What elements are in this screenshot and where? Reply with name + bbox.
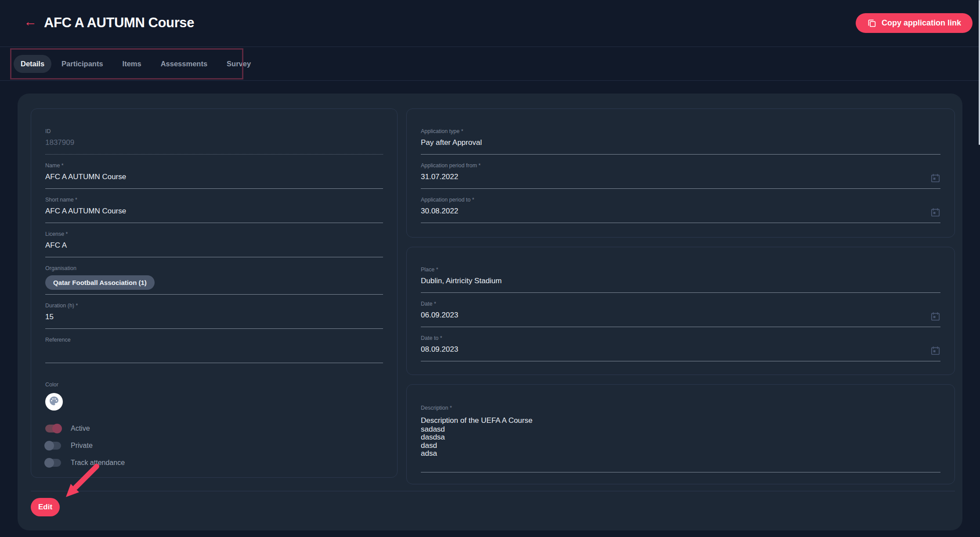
id-label: ID	[45, 128, 383, 134]
switch-knob	[52, 424, 62, 433]
application-period-from-field: Application period from * 31.07.2022	[421, 162, 940, 189]
organisation-chip-row: Qatar Football Association (1)	[45, 275, 383, 295]
application-period-to-field: Application period to * 30.08.2022	[421, 197, 940, 223]
description-card: Description * Description of the UEFA A …	[406, 384, 955, 484]
license-field: License * AFC A	[45, 231, 383, 257]
name-value: AFC A AUTUMN Course	[45, 173, 383, 189]
details-panel: ID 1837909 Name * AFC A AUTUMN Course Sh…	[18, 94, 962, 530]
reference-value	[45, 347, 383, 363]
track-attendance-switch[interactable]	[45, 459, 61, 467]
back-arrow-icon[interactable]: ←	[24, 15, 37, 28]
calendar-icon[interactable]	[930, 173, 940, 183]
active-switch[interactable]	[45, 425, 61, 432]
application-period-from-label: Application period from *	[421, 162, 940, 169]
organisation-field: Organisation Qatar Football Association …	[45, 265, 383, 295]
application-type-value: Pay after Approval	[421, 138, 940, 155]
page-title: AFC A AUTUMN Course	[44, 15, 194, 31]
reference-field: Reference	[45, 337, 383, 363]
id-value: 1837909	[45, 138, 383, 155]
toggle-track-attendance[interactable]: Track attendance	[45, 457, 383, 469]
short-name-label: Short name *	[45, 197, 383, 203]
name-label: Name *	[45, 162, 383, 169]
copy-application-link-button[interactable]: Copy application link	[856, 13, 973, 33]
description-line: adsa	[421, 450, 940, 458]
active-toggle-label: Active	[71, 425, 90, 432]
palette-icon	[49, 396, 59, 408]
page-header: ← AFC A AUTUMN Course Copy application l…	[0, 0, 980, 47]
place-field: Place * Dublin, Airtricity Stadium	[421, 267, 940, 293]
application-type-field: Application type * Pay after Approval	[421, 128, 940, 155]
color-section: Color	[45, 382, 383, 411]
description-underline	[421, 472, 940, 472]
description-label: Description *	[421, 405, 940, 411]
description-line: Description of the UEFA A Course	[421, 417, 940, 425]
description-line: dasd	[421, 442, 940, 450]
private-toggle-label: Private	[71, 442, 93, 450]
description-line: sadasd	[421, 425, 940, 434]
tab-survey[interactable]: Survey	[217, 55, 260, 73]
tab-bar: Details Participants Items Assessments S…	[0, 47, 980, 81]
date-to-value: 08.09.2023	[421, 345, 940, 361]
switch-knob	[44, 441, 54, 451]
organisation-chip[interactable]: Qatar Football Association (1)	[45, 275, 155, 290]
edit-button[interactable]: Edit	[31, 498, 60, 516]
toggles-section: Active Private Track attendance	[45, 423, 383, 469]
short-name-value: AFC A AUTUMN Course	[45, 207, 383, 223]
calendar-icon[interactable]	[930, 311, 940, 321]
license-value: AFC A	[45, 241, 383, 257]
license-label: License *	[45, 231, 383, 237]
application-card: Application type * Pay after Approval Ap…	[406, 108, 955, 238]
track-attendance-toggle-label: Track attendance	[71, 459, 125, 467]
application-period-to-value: 30.08.2022	[421, 207, 940, 223]
date-value: 06.09.2023	[421, 311, 940, 327]
description-value: Description of the UEFA A Course sadasd …	[421, 417, 940, 458]
application-period-from-value: 31.07.2022	[421, 173, 940, 189]
toggle-private[interactable]: Private	[45, 440, 383, 451]
footer-divider	[31, 491, 955, 491]
private-switch[interactable]	[45, 442, 61, 450]
place-value: Dublin, Airtricity Stadium	[421, 277, 940, 293]
duration-label: Duration (h) *	[45, 303, 383, 309]
tab-assessments[interactable]: Assessments	[152, 55, 217, 73]
switch-knob	[44, 458, 54, 468]
place-label: Place *	[421, 267, 940, 273]
duration-value: 15	[45, 313, 383, 329]
copy-icon	[867, 18, 876, 28]
calendar-icon[interactable]	[930, 346, 940, 356]
calendar-icon[interactable]	[930, 207, 940, 217]
application-period-to-label: Application period to *	[421, 197, 940, 203]
organisation-label: Organisation	[45, 265, 383, 271]
tab-details[interactable]: Details	[14, 55, 51, 73]
application-type-label: Application type *	[421, 128, 940, 134]
toggle-active[interactable]: Active	[45, 423, 383, 434]
description-line: dasdsa	[421, 433, 940, 442]
date-to-field: Date to * 08.09.2023	[421, 335, 940, 361]
color-picker-button[interactable]	[45, 393, 63, 411]
short-name-field: Short name * AFC A AUTUMN Course	[45, 197, 383, 223]
copy-button-label: Copy application link	[882, 18, 961, 28]
date-field: Date * 06.09.2023	[421, 301, 940, 327]
date-to-label: Date to *	[421, 335, 940, 341]
color-label: Color	[45, 382, 383, 388]
id-field: ID 1837909	[45, 128, 383, 155]
name-field: Name * AFC A AUTUMN Course	[45, 162, 383, 189]
tab-participants[interactable]: Participants	[52, 55, 112, 73]
general-info-card: ID 1837909 Name * AFC A AUTUMN Course Sh…	[31, 108, 398, 478]
date-label: Date *	[421, 301, 940, 307]
duration-field: Duration (h) * 15	[45, 303, 383, 329]
reference-label: Reference	[45, 337, 383, 343]
place-date-card: Place * Dublin, Airtricity Stadium Date …	[406, 247, 955, 375]
tab-items[interactable]: Items	[113, 55, 151, 73]
